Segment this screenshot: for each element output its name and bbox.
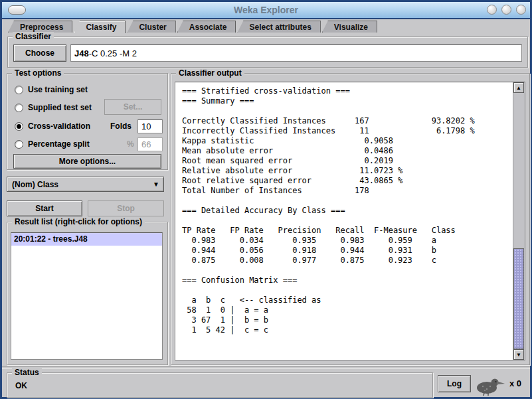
classifier-output-area[interactable]: === Stratified cross-validation === === … — [175, 82, 525, 360]
folds-label: Folds — [110, 121, 132, 131]
status-text: OK — [15, 381, 27, 390]
classifier-output-group-label: Classifier output — [176, 68, 244, 78]
classifier-scheme-field[interactable]: J48 -C 0.25 -M 2 — [70, 44, 522, 62]
titlebar: Weka Explorer — [2, 2, 530, 19]
chevron-down-icon: ▼ — [149, 181, 163, 188]
tab-visualize[interactable]: Visualize — [322, 21, 377, 33]
weka-explorer-window: Weka Explorer Preprocess Classify Cluste… — [0, 0, 532, 399]
percentage-split-radio[interactable] — [15, 140, 23, 149]
supplied-test-set-radio[interactable] — [15, 104, 23, 112]
classifier-output-group: Classifier output === Stratified cross-v… — [171, 73, 530, 365]
scheme-name: J48 — [74, 48, 89, 58]
maximize-button[interactable] — [501, 5, 511, 15]
folds-input[interactable]: 10 — [137, 120, 163, 133]
window-title: Weka Explorer — [2, 5, 530, 15]
class-combo-value: (Nom) Class — [7, 180, 149, 189]
tab-classify[interactable]: Classify — [74, 21, 126, 33]
result-list-item[interactable]: 20:01:22 - trees.J48 — [11, 233, 162, 246]
supplied-test-set-label: Supplied test set — [28, 103, 92, 112]
use-training-set-label: Use training set — [28, 85, 88, 94]
weka-bird-icon — [475, 374, 505, 396]
percent-input[interactable]: 66 — [137, 137, 163, 151]
cross-validation-label: Cross-validation — [28, 121, 90, 131]
result-list: 20:01:22 - trees.J48 — [11, 232, 163, 360]
test-options-group: Test options Use training set Supplied t… — [7, 73, 168, 170]
close-button[interactable] — [516, 5, 526, 15]
output-scrollbar[interactable]: ▲ ▼ — [513, 82, 525, 360]
log-button[interactable]: Log — [438, 375, 471, 392]
scheme-options: -C 0.25 -M 2 — [89, 48, 137, 58]
scroll-down-icon[interactable]: ▼ — [513, 349, 524, 360]
bird-counter: x 0 — [509, 378, 521, 388]
more-options-button[interactable]: More options... — [13, 154, 161, 169]
choose-button[interactable]: Choose — [13, 44, 66, 62]
minimize-button[interactable] — [487, 5, 497, 15]
status-group: Status OK — [7, 372, 433, 398]
percentage-split-label: Percentage split — [28, 139, 90, 149]
start-button[interactable]: Start — [7, 200, 82, 216]
class-attribute-combo[interactable]: (Nom) Class ▼ — [7, 177, 164, 192]
tab-associate[interactable]: Associate — [177, 21, 236, 33]
status-group-label: Status — [12, 368, 42, 377]
tab-preprocess[interactable]: Preprocess — [8, 21, 72, 33]
set-button[interactable]: Set... — [104, 99, 161, 115]
scroll-up-icon[interactable]: ▲ — [513, 82, 524, 93]
classifier-output-text: === Stratified cross-validation === === … — [182, 86, 475, 335]
result-list-group: Result list (right-click for options) 20… — [7, 222, 168, 365]
scrollbar-thumb[interactable] — [513, 248, 524, 349]
classifier-group: Classifier Choose J48 -C 0.25 -M 2 — [7, 37, 528, 68]
status-separator — [2, 366, 530, 369]
percent-label: % — [127, 139, 134, 149]
use-training-set-radio[interactable] — [15, 86, 23, 94]
stop-button[interactable]: Stop — [88, 200, 164, 216]
result-list-group-label: Result list (right-click for options) — [12, 217, 145, 226]
cross-validation-radio[interactable] — [15, 122, 23, 131]
tab-bar: Preprocess Classify Cluster Associate Se… — [8, 21, 379, 33]
classifier-group-label: Classifier — [13, 32, 54, 41]
test-options-group-label: Test options — [12, 68, 64, 78]
tab-select-attributes[interactable]: Select attributes — [237, 21, 320, 33]
tab-cluster[interactable]: Cluster — [127, 21, 175, 33]
